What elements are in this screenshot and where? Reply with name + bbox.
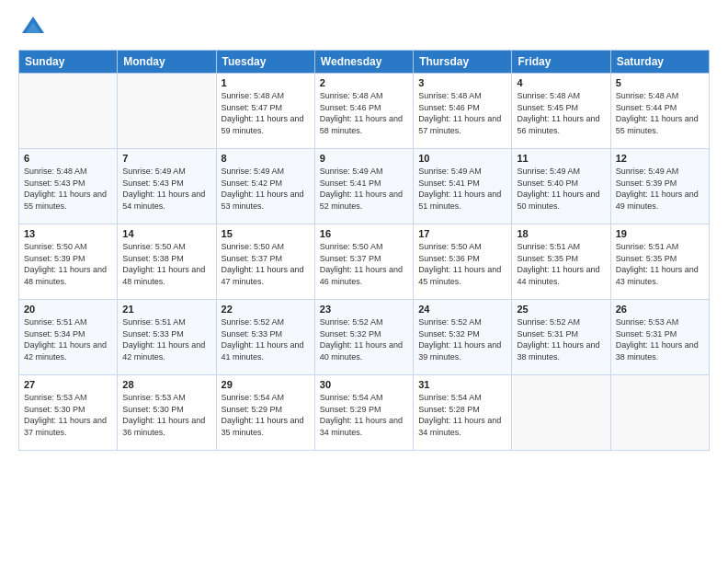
- calendar-cell: 27Sunrise: 5:53 AMSunset: 5:30 PMDayligh…: [19, 375, 118, 451]
- day-detail: Sunrise: 5:49 AMSunset: 5:43 PMDaylight:…: [122, 166, 210, 212]
- day-detail: Sunrise: 5:50 AMSunset: 5:37 PMDaylight:…: [222, 241, 310, 287]
- day-detail: Sunrise: 5:48 AMSunset: 5:43 PMDaylight:…: [24, 166, 112, 212]
- day-number: 19: [616, 228, 704, 239]
- day-number: 8: [222, 153, 310, 164]
- calendar-cell: 20Sunrise: 5:51 AMSunset: 5:34 PMDayligh…: [19, 300, 118, 375]
- day-number: 22: [222, 304, 310, 315]
- calendar-cell: 22Sunrise: 5:52 AMSunset: 5:33 PMDayligh…: [216, 300, 314, 375]
- day-number: 15: [222, 228, 310, 239]
- calendar-cell: [19, 74, 118, 149]
- calendar-cell: 1Sunrise: 5:48 AMSunset: 5:47 PMDaylight…: [216, 74, 314, 149]
- day-detail: Sunrise: 5:48 AMSunset: 5:46 PMDaylight:…: [418, 90, 506, 136]
- day-detail: Sunrise: 5:50 AMSunset: 5:37 PMDaylight:…: [320, 241, 408, 287]
- day-number: 24: [418, 304, 506, 315]
- calendar-cell: 8Sunrise: 5:49 AMSunset: 5:42 PMDaylight…: [216, 149, 314, 224]
- day-number: 10: [418, 153, 506, 164]
- day-detail: Sunrise: 5:54 AMSunset: 5:29 PMDaylight:…: [320, 392, 408, 438]
- day-detail: Sunrise: 5:49 AMSunset: 5:39 PMDaylight:…: [616, 166, 704, 212]
- day-number: 21: [122, 304, 210, 315]
- logo-icon: [20, 15, 46, 40]
- day-number: 25: [517, 304, 605, 315]
- calendar-cell: 9Sunrise: 5:49 AMSunset: 5:41 PMDaylight…: [314, 149, 413, 224]
- calendar-cell: 23Sunrise: 5:52 AMSunset: 5:32 PMDayligh…: [314, 300, 413, 375]
- day-number: 17: [418, 228, 506, 239]
- day-detail: Sunrise: 5:52 AMSunset: 5:32 PMDaylight:…: [320, 316, 408, 362]
- calendar-cell: 26Sunrise: 5:53 AMSunset: 5:31 PMDayligh…: [610, 300, 709, 375]
- day-number: 1: [222, 77, 310, 88]
- week-row: 20Sunrise: 5:51 AMSunset: 5:34 PMDayligh…: [19, 300, 710, 375]
- day-detail: Sunrise: 5:53 AMSunset: 5:31 PMDaylight:…: [616, 316, 704, 362]
- calendar-page: SundayMondayTuesdayWednesdayThursdayFrid…: [0, 0, 728, 563]
- calendar-cell: 10Sunrise: 5:49 AMSunset: 5:41 PMDayligh…: [414, 149, 512, 224]
- calendar-cell: 28Sunrise: 5:53 AMSunset: 5:30 PMDayligh…: [118, 375, 216, 451]
- day-number: 27: [24, 379, 112, 390]
- day-detail: Sunrise: 5:52 AMSunset: 5:31 PMDaylight:…: [517, 316, 605, 362]
- day-detail: Sunrise: 5:53 AMSunset: 5:30 PMDaylight:…: [122, 392, 210, 438]
- day-header: Monday: [118, 51, 216, 74]
- day-number: 5: [616, 77, 704, 88]
- calendar-table: SundayMondayTuesdayWednesdayThursdayFrid…: [18, 50, 710, 451]
- calendar-cell: 25Sunrise: 5:52 AMSunset: 5:31 PMDayligh…: [512, 300, 610, 375]
- day-detail: Sunrise: 5:49 AMSunset: 5:41 PMDaylight:…: [418, 166, 506, 212]
- day-number: 26: [616, 304, 704, 315]
- day-number: 20: [24, 304, 112, 315]
- calendar-cell: 29Sunrise: 5:54 AMSunset: 5:29 PMDayligh…: [216, 375, 314, 451]
- day-number: 4: [517, 77, 605, 88]
- week-row: 6Sunrise: 5:48 AMSunset: 5:43 PMDaylight…: [19, 149, 710, 224]
- calendar-cell: 31Sunrise: 5:54 AMSunset: 5:28 PMDayligh…: [414, 375, 512, 451]
- calendar-cell: 2Sunrise: 5:48 AMSunset: 5:46 PMDaylight…: [314, 74, 413, 149]
- day-detail: Sunrise: 5:48 AMSunset: 5:45 PMDaylight:…: [517, 90, 605, 136]
- day-detail: Sunrise: 5:51 AMSunset: 5:33 PMDaylight:…: [122, 316, 210, 362]
- calendar-cell: 18Sunrise: 5:51 AMSunset: 5:35 PMDayligh…: [512, 224, 610, 300]
- day-number: 18: [517, 228, 605, 239]
- day-number: 16: [320, 228, 408, 239]
- day-number: 6: [24, 153, 112, 164]
- day-detail: Sunrise: 5:54 AMSunset: 5:28 PMDaylight:…: [418, 392, 506, 438]
- calendar-cell: 13Sunrise: 5:50 AMSunset: 5:39 PMDayligh…: [19, 224, 118, 300]
- calendar-cell: 3Sunrise: 5:48 AMSunset: 5:46 PMDaylight…: [414, 74, 512, 149]
- day-number: 7: [122, 153, 210, 164]
- day-detail: Sunrise: 5:50 AMSunset: 5:38 PMDaylight:…: [122, 241, 210, 287]
- calendar-cell: 24Sunrise: 5:52 AMSunset: 5:32 PMDayligh…: [414, 300, 512, 375]
- calendar-cell: 21Sunrise: 5:51 AMSunset: 5:33 PMDayligh…: [118, 300, 216, 375]
- calendar-cell: 12Sunrise: 5:49 AMSunset: 5:39 PMDayligh…: [610, 149, 709, 224]
- day-detail: Sunrise: 5:51 AMSunset: 5:35 PMDaylight:…: [517, 241, 605, 287]
- header: [18, 15, 710, 40]
- day-detail: Sunrise: 5:54 AMSunset: 5:29 PMDaylight:…: [222, 392, 310, 438]
- calendar-cell: 16Sunrise: 5:50 AMSunset: 5:37 PMDayligh…: [314, 224, 413, 300]
- calendar-cell: 7Sunrise: 5:49 AMSunset: 5:43 PMDaylight…: [118, 149, 216, 224]
- calendar-cell: 19Sunrise: 5:51 AMSunset: 5:35 PMDayligh…: [610, 224, 709, 300]
- calendar-cell: [610, 375, 709, 451]
- day-header: Tuesday: [216, 51, 314, 74]
- day-detail: Sunrise: 5:48 AMSunset: 5:47 PMDaylight:…: [222, 90, 310, 136]
- day-header: Saturday: [610, 51, 709, 74]
- day-header: Friday: [512, 51, 610, 74]
- day-detail: Sunrise: 5:50 AMSunset: 5:39 PMDaylight:…: [24, 241, 112, 287]
- day-number: 14: [122, 228, 210, 239]
- day-detail: Sunrise: 5:49 AMSunset: 5:42 PMDaylight:…: [222, 166, 310, 212]
- day-number: 12: [616, 153, 704, 164]
- week-row: 13Sunrise: 5:50 AMSunset: 5:39 PMDayligh…: [19, 224, 710, 300]
- logo: [18, 15, 46, 40]
- day-header: Thursday: [414, 51, 512, 74]
- header-row: SundayMondayTuesdayWednesdayThursdayFrid…: [19, 51, 710, 74]
- week-row: 1Sunrise: 5:48 AMSunset: 5:47 PMDaylight…: [19, 74, 710, 149]
- day-number: 30: [320, 379, 408, 390]
- calendar-cell: 30Sunrise: 5:54 AMSunset: 5:29 PMDayligh…: [314, 375, 413, 451]
- day-detail: Sunrise: 5:52 AMSunset: 5:33 PMDaylight:…: [222, 316, 310, 362]
- day-number: 31: [418, 379, 506, 390]
- day-detail: Sunrise: 5:48 AMSunset: 5:46 PMDaylight:…: [320, 90, 408, 136]
- week-row: 27Sunrise: 5:53 AMSunset: 5:30 PMDayligh…: [19, 375, 710, 451]
- day-number: 23: [320, 304, 408, 315]
- day-number: 28: [122, 379, 210, 390]
- day-number: 11: [517, 153, 605, 164]
- day-detail: Sunrise: 5:53 AMSunset: 5:30 PMDaylight:…: [24, 392, 112, 438]
- day-detail: Sunrise: 5:52 AMSunset: 5:32 PMDaylight:…: [418, 316, 506, 362]
- day-header: Wednesday: [314, 51, 413, 74]
- calendar-cell: 11Sunrise: 5:49 AMSunset: 5:40 PMDayligh…: [512, 149, 610, 224]
- day-number: 29: [222, 379, 310, 390]
- calendar-cell: 5Sunrise: 5:48 AMSunset: 5:44 PMDaylight…: [610, 74, 709, 149]
- calendar-cell: 6Sunrise: 5:48 AMSunset: 5:43 PMDaylight…: [19, 149, 118, 224]
- day-detail: Sunrise: 5:49 AMSunset: 5:41 PMDaylight:…: [320, 166, 408, 212]
- day-header: Sunday: [19, 51, 118, 74]
